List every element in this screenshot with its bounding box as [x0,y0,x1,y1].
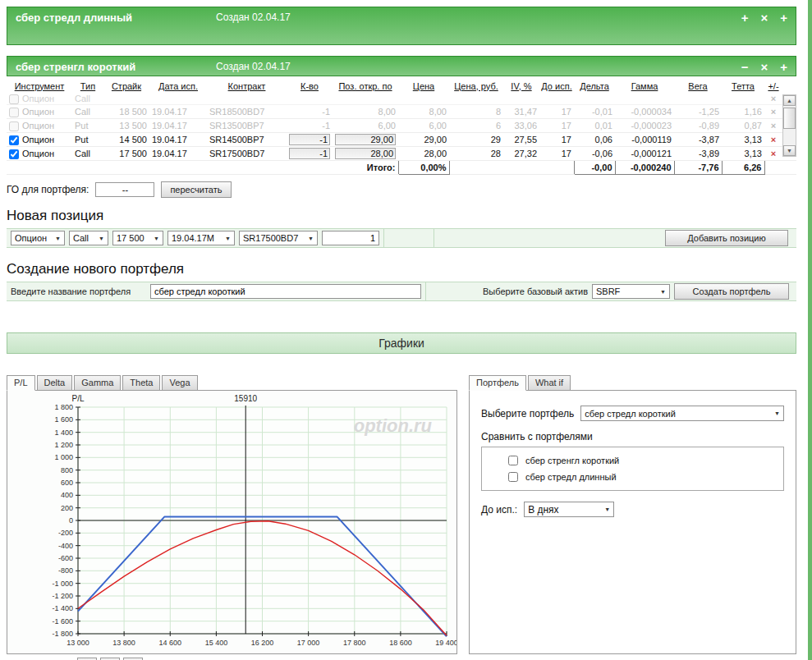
delete-row-icon[interactable]: × [771,135,776,144]
col-header-open-price[interactable]: Поз. откр. по [333,78,398,94]
iv-cell: 31,47 [503,105,539,119]
panel-tab-what-if[interactable]: What if [528,375,571,391]
col-header-type[interactable]: Тип [72,78,103,94]
add-portfolio-icon[interactable]: + [780,61,787,73]
svg-text:1 800: 1 800 [54,403,73,411]
contract-select-value: SR17500BD7 [243,233,298,243]
vega-cell: -3,87 [674,133,722,147]
svg-text:-1 800: -1 800 [52,630,73,638]
col-header-expiry[interactable]: Дата исп. [149,78,207,94]
contract-select[interactable]: SR17500BD7▼ [239,231,318,245]
col-header-iv[interactable]: IV, % [503,78,539,94]
delta-cell: -0,06 [574,147,615,161]
option-type-select[interactable]: Call▼ [69,231,108,245]
instrument-select[interactable]: Опцион▼ [11,231,65,245]
delete-row-icon[interactable]: × [771,121,776,131]
totals-theta: 6,26 [722,161,764,175]
compare-portfolio-option[interactable]: сбер стредл длинный [482,469,783,485]
panel-tab-портфель[interactable]: Портфель [469,375,526,391]
base-asset-select-value: SBRF [596,286,620,296]
recalculate-button[interactable]: пересчитать [161,181,231,198]
expiry-select[interactable]: 19.04.17M▼ [167,231,235,245]
create-portfolio-strip: Введите название портфеля Выберите базов… [7,282,796,301]
col-header-strike[interactable]: Страйк [103,78,149,94]
table-scrollbar[interactable]: ▲ ▼ [782,94,796,157]
price_rub-cell: 8 [449,105,503,119]
scroll-up-icon[interactable]: ▲ [783,95,796,106]
table-row: ОпционPut13 50019.04.17SR13500BP7-16,006… [7,119,796,133]
positions-table: Инструмент Тип Страйк Дата исп. Контракт… [7,78,796,175]
chart-tab-vega[interactable]: Vega [162,375,197,391]
compare-portfolio-label: сбер стредл длинный [525,472,617,482]
svg-text:-1 000: -1 000 [52,580,73,588]
expand-portfolio-icon[interactable]: + [741,11,749,24]
col-header-days[interactable]: До исп. [539,78,574,94]
theta-cell: 3,13 [722,133,764,147]
days-to-expiry-label: До исп.: [481,504,517,516]
row-enabled-checkbox[interactable] [9,149,19,159]
delete-row-icon[interactable]: × [771,149,776,158]
chart-tab-p-l[interactable]: P/L [7,375,35,391]
delete-row-icon[interactable]: × [771,107,776,117]
vega-cell: -0,89 [674,119,722,133]
go-input[interactable] [95,182,154,197]
qty-edit-cell[interactable]: -1 [289,148,330,159]
quantity-input[interactable] [322,231,379,245]
col-header-price-rub[interactable]: Цена, руб. [449,78,503,94]
divider [383,228,384,248]
add-position-button[interactable]: Добавить позицию [665,230,788,246]
pl-chart: option.ru-1 800-1 600-1 400-1 200-1 000-… [7,391,456,653]
delete-portfolio-icon[interactable]: × [760,61,768,73]
vega-cell [674,94,722,105]
col-header-vega[interactable]: Вега [674,78,722,94]
row-enabled-checkbox[interactable] [9,94,19,104]
col-header-qty[interactable]: К-во [287,78,333,94]
delete-portfolio-icon[interactable]: × [760,11,768,24]
compare-portfolio-option[interactable]: сбер стренгл короткий [482,452,783,469]
create-portfolio-button[interactable]: Создать портфель [674,283,789,300]
scroll-down-icon[interactable]: ▼ [783,145,796,156]
panel-tabs: ПортфельWhat if [469,375,796,391]
price-cell [398,94,449,105]
add-portfolio-icon[interactable]: + [780,11,787,24]
type-cell: Call [72,105,103,119]
collapse-portfolio-icon[interactable]: − [741,61,749,73]
qty-edit-cell[interactable]: -1 [289,134,330,145]
open-price-edit-cell[interactable]: 28,00 [335,148,396,159]
col-header-gamma[interactable]: Гамма [615,78,674,94]
col-header-contract[interactable]: Контракт [207,78,287,94]
portfolio-name-input[interactable] [150,284,421,299]
col-header-price[interactable]: Цена [398,78,449,94]
days-mode-select[interactable]: В днях▼ [524,502,614,517]
svg-text:17 000: 17 000 [297,639,320,647]
delete-row-icon[interactable]: × [771,94,776,103]
portfolio-select[interactable]: сбер стредл короткий▼ [580,406,784,421]
compare-checkbox[interactable] [508,456,518,465]
delta-cell: 0,06 [574,133,615,147]
svg-text:-1 400: -1 400 [52,605,73,613]
instrument-label: Опцион [22,149,54,158]
strike-cell: 14 500 [103,133,149,147]
compare-checkbox[interactable] [508,472,518,482]
table-row-clipped: ОпционCall× [7,94,796,105]
base-asset-select[interactable]: SBRF▼ [592,284,670,299]
col-header-instrument[interactable]: Инструмент [7,78,72,94]
table-row: ОпционPut14 50019.04.17SR14500BP7-129,00… [7,133,796,147]
col-header-theta[interactable]: Тетта [722,78,764,94]
expiry-cell: 19.04.17 [149,119,207,133]
row-enabled-checkbox[interactable] [9,108,19,117]
row-enabled-checkbox[interactable] [9,121,19,131]
chart-tab-delta[interactable]: Delta [37,375,73,391]
col-header-delta[interactable]: Дельта [574,78,615,94]
chart-tab-gamma[interactable]: Gamma [74,375,121,391]
svg-text:option.ru: option.ru [354,415,433,436]
scroll-thumb[interactable] [783,108,796,129]
expiry-cell: 19.04.17 [149,105,207,119]
positions-tbody: ОпционCall×ОпционCall18 50019.04.17SR185… [7,94,796,161]
strike-select[interactable]: 17 500▼ [112,231,163,245]
expiry-cell: 19.04.17 [149,133,207,147]
open-price-edit-cell[interactable]: 29,00 [335,134,396,145]
chart-tab-theta[interactable]: Theta [122,375,160,391]
portfolio-created-date: Создан 02.04.17 [216,61,741,72]
row-enabled-checkbox[interactable] [9,135,19,145]
